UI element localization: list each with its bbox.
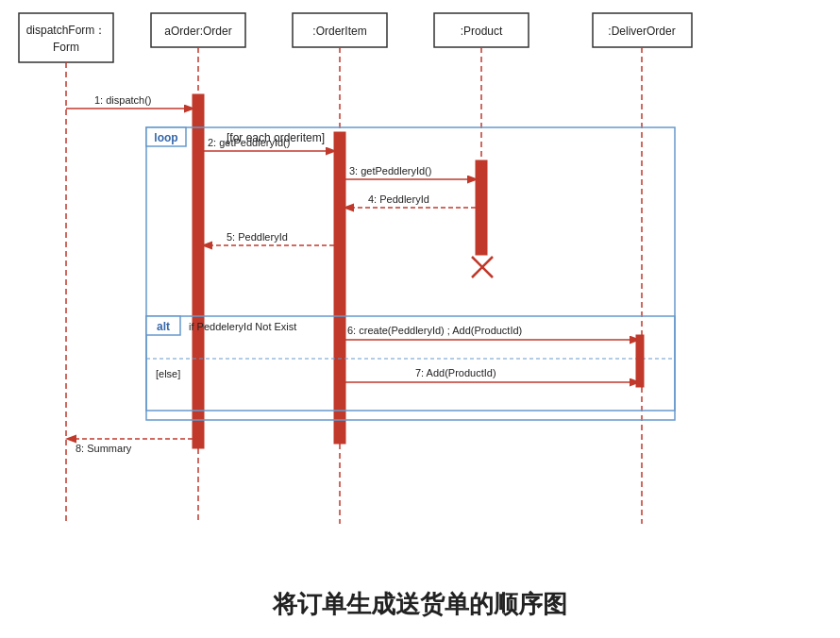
- alt-else-label: [else]: [156, 368, 180, 379]
- activation-product: [476, 160, 487, 255]
- message-7-label: 7: Add(ProductId): [415, 367, 496, 378]
- actor-box-dispatchform: [19, 13, 113, 62]
- actor-label-orderitem: :OrderItem: [312, 25, 366, 38]
- diagram-container: dispatchForm： Form aOrder:Order :OrderIt…: [0, 0, 840, 638]
- actor-label-aorder: aOrder:Order: [164, 25, 231, 38]
- alt-label: alt: [157, 320, 170, 333]
- message-3-label: 3: getPeddleryId(): [349, 165, 431, 176]
- actor-label-dispatchform-1: dispatchForm：: [26, 24, 107, 37]
- message-4-label: 4: PeddleryId: [368, 193, 429, 205]
- activation-aorder: [193, 94, 204, 448]
- actor-label-product: :Product: [461, 25, 503, 38]
- activation-orderitem: [334, 132, 345, 444]
- actor-label-deliverorder: :DeliverOrder: [608, 25, 675, 38]
- message-6-label: 6: create(PeddleryId) ; Add(ProductId): [347, 325, 522, 336]
- alt-condition1: if PeddeleryId Not Exist: [189, 321, 296, 332]
- message-1-label: 1: dispatch(): [94, 94, 152, 106]
- actor-label-dispatchform-2: Form: [53, 41, 79, 54]
- message-5-label: 5: PeddleryId: [227, 231, 288, 243]
- message-8-label: 8: Summary: [76, 443, 132, 454]
- loop-label: loop: [154, 131, 177, 144]
- diagram-title: 将订单生成送货单的顺序图: [0, 588, 840, 621]
- activation-deliverorder: [636, 335, 644, 387]
- sequence-diagram: dispatchForm： Form aOrder:Order :OrderIt…: [0, 0, 840, 638]
- message-2-label: 2: getPeddleryId(): [208, 137, 290, 148]
